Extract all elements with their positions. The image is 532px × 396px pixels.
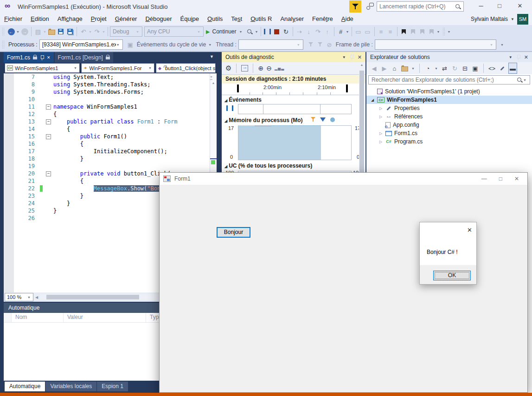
- collapse-box-icon[interactable]: −: [46, 104, 51, 110]
- gear-icon[interactable]: ⚙: [225, 64, 231, 72]
- pin-icon[interactable]: [350, 54, 354, 60]
- undo-button[interactable]: ↶: [79, 26, 88, 37]
- type-dropdown[interactable]: ✦WinFormSamples1.For▼: [81, 63, 154, 73]
- collapse-box-icon[interactable]: −: [46, 134, 51, 139]
- clear-bookmarks-button[interactable]: [427, 26, 436, 37]
- menu-item-outils[interactable]: Outils: [203, 13, 227, 25]
- thread-dropdown[interactable]: ▼: [238, 39, 303, 50]
- outline-margin[interactable]: [46, 96, 53, 103]
- lifecycle-events-button[interactable]: Événements du cycle de vie: [137, 41, 206, 48]
- decrease-indent-button[interactable]: ≡: [377, 26, 386, 37]
- message-box[interactable]: ✕ Bonjour C# ! OK: [419, 222, 477, 285]
- tab-espion-1[interactable]: Espion 1: [97, 382, 128, 391]
- toolbar-overflow-button[interactable]: ▼: [500, 43, 504, 46]
- menu-item-projet[interactable]: Projet: [87, 13, 111, 25]
- menu-item-generer[interactable]: Générer: [111, 13, 141, 25]
- outline-expand-button[interactable]: ▭: [363, 26, 372, 37]
- close-button[interactable]: ✕: [513, 0, 527, 12]
- chevron-down-icon[interactable]: ▼: [16, 30, 20, 33]
- find-in-files-button[interactable]: [245, 26, 255, 37]
- diagnostic-tools-title-bar[interactable]: Outils de diagnostic ▼ ✕: [222, 52, 365, 62]
- menu-item-outils-r[interactable]: Outils R: [246, 13, 276, 25]
- show-all-files-icon[interactable]: ▣: [471, 63, 479, 73]
- maximize-button[interactable]: □: [493, 0, 506, 12]
- tree-item-references[interactable]: ▷▪-▪Références: [366, 112, 532, 121]
- scroll-left-arrow[interactable]: ◀: [35, 295, 38, 299]
- tab-automatique[interactable]: Automatique: [5, 382, 45, 391]
- step-out-button[interactable]: ↑: [323, 26, 332, 37]
- expander-icon[interactable]: ◢: [370, 98, 375, 102]
- timeline-selection-marker[interactable]: [346, 84, 348, 92]
- navigate-forward-button[interactable]: →: [20, 26, 29, 37]
- outline-margin[interactable]: [46, 81, 53, 88]
- show-next-statement-button[interactable]: ⇢: [295, 26, 304, 37]
- step-into-button[interactable]: ↓: [304, 26, 314, 37]
- save-all-button[interactable]: [65, 26, 75, 37]
- solution-explorer-title-bar[interactable]: Explorateur de solutions ▼ ✕: [366, 52, 532, 62]
- pin-icon[interactable]: [40, 55, 44, 60]
- timeline-selection-marker[interactable]: [237, 84, 239, 92]
- toolbar-grip[interactable]: [442, 27, 445, 36]
- outline-margin[interactable]: [46, 110, 53, 118]
- minimize-button[interactable]: ─: [474, 0, 488, 12]
- toolbar-overflow-button[interactable]: ▼: [447, 30, 451, 33]
- window-position-dropdown[interactable]: ▼: [509, 55, 513, 59]
- collapse-all-icon[interactable]: ⊟: [461, 63, 469, 73]
- outline-margin[interactable]: [46, 177, 53, 185]
- column-header-valeur[interactable]: Valeur: [64, 313, 146, 322]
- breakpoint-margin[interactable]: [4, 73, 14, 292]
- next-bookmark-button[interactable]: [418, 26, 427, 37]
- chevron-down-icon[interactable]: ▼: [88, 30, 92, 33]
- tab-form1-cs[interactable]: Form1.cs✕: [4, 52, 54, 63]
- pin-icon[interactable]: [516, 54, 520, 60]
- close-icon[interactable]: ✕: [358, 54, 362, 60]
- menu-item-fenetre[interactable]: Fenêtre: [308, 13, 337, 25]
- send-feedback-icon[interactable]: [366, 3, 374, 10]
- chevron-down-icon[interactable]: ▼: [102, 30, 106, 33]
- maximize-button[interactable]: □: [499, 175, 502, 182]
- scrollbar-thumb[interactable]: [46, 295, 139, 299]
- outline-margin[interactable]: [46, 125, 53, 133]
- menu-item-fichier[interactable]: Fichier: [0, 13, 26, 25]
- events-track[interactable]: [238, 104, 352, 114]
- toolbar-grip[interactable]: [2, 27, 5, 36]
- close-icon[interactable]: ✕: [47, 55, 51, 60]
- solution-platform-dropdown[interactable]: Any CPU▼: [144, 26, 204, 37]
- export-icon[interactable]: [241, 65, 248, 71]
- tree-item-app-config[interactable]: App.config: [366, 121, 532, 129]
- events-section-header[interactable]: ◢Événements: [222, 97, 365, 103]
- menu-item-deboguer[interactable]: Déboguer: [141, 13, 176, 25]
- zoom-out-icon[interactable]: ⊖: [266, 65, 272, 72]
- quick-launch-box[interactable]: Lancement rapide (Ctrl+Q): [377, 1, 464, 12]
- navigate-backward-button[interactable]: ←: [6, 26, 16, 37]
- zoom-in-icon[interactable]: ⊕: [258, 65, 263, 72]
- outline-margin[interactable]: −: [46, 103, 53, 110]
- toggle-bookmark-button[interactable]: [399, 26, 409, 37]
- collapse-box-icon[interactable]: −: [46, 119, 51, 124]
- redo-button[interactable]: ↷: [92, 26, 102, 37]
- switch-views-icon[interactable]: [401, 63, 409, 73]
- preview-selected-items-icon[interactable]: ▬: [508, 63, 517, 74]
- stop-debugging-button[interactable]: [272, 26, 282, 37]
- expander-icon[interactable]: ▷: [378, 131, 383, 136]
- pending-changes-filter-icon[interactable]: ◔: [424, 63, 432, 73]
- sync-with-active-document-icon[interactable]: ⇄: [441, 63, 449, 73]
- menu-item-analyser[interactable]: Analyser: [276, 13, 308, 25]
- nav-forward-icon[interactable]: ▶: [380, 63, 388, 73]
- outline-margin[interactable]: [46, 148, 53, 155]
- scroll-up-arrow[interactable]: ▲: [210, 81, 217, 84]
- editor-zoom-dropdown[interactable]: 100 %▼: [5, 293, 33, 301]
- column-header-nom[interactable]: Nom: [12, 313, 64, 322]
- tab-variables-locales[interactable]: Variables locales: [45, 382, 96, 391]
- expander-icon[interactable]: ▷: [378, 140, 383, 144]
- outline-margin[interactable]: [46, 140, 53, 148]
- chevron-down-icon[interactable]: ▼: [434, 67, 438, 70]
- chevron-down-icon[interactable]: ▼: [411, 67, 415, 70]
- increase-indent-button[interactable]: ≡: [386, 26, 395, 37]
- process-dropdown[interactable]: [93348] WinFormSamples1.exe▼: [39, 39, 123, 50]
- outline-margin[interactable]: [46, 162, 53, 170]
- menu-item-edition[interactable]: Edition: [26, 13, 53, 25]
- close-icon[interactable]: ✕: [524, 54, 528, 60]
- hex-display-button[interactable]: #: [336, 26, 346, 37]
- lifecycle-events-icon[interactable]: ▣: [126, 39, 135, 50]
